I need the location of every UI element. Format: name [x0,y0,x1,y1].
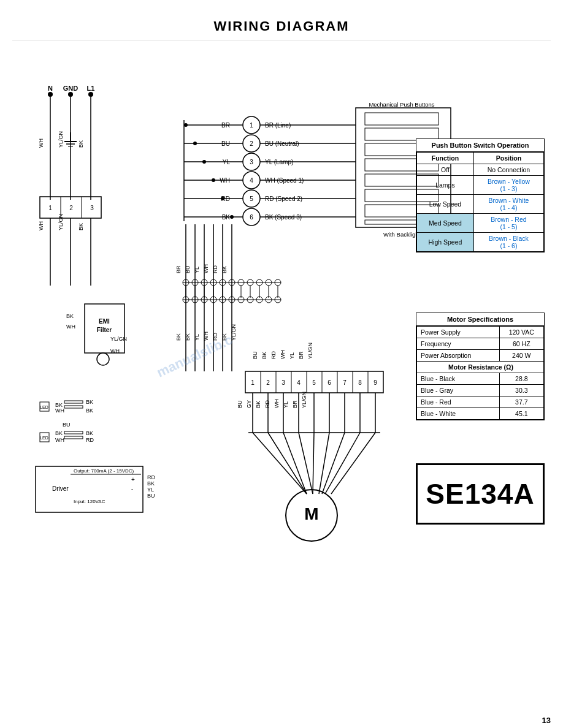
svg-point-224 [212,178,215,182]
svg-rect-49 [64,436,83,439]
svg-text:LED: LED [40,405,48,409]
svg-text:WH: WH [274,399,280,408]
svg-text:+: + [131,476,135,483]
resistance-label-blue-white: Blue - White [417,408,500,420]
table-row: Off No Connection [417,164,544,176]
table-row: Low Speed Brown - White(1 - 4) [417,195,544,214]
resistance-value-blue-black: 28.8 [499,373,543,385]
svg-text:WH: WH [203,264,209,273]
svg-text:L1: L1 [87,85,95,92]
svg-text:4: 4 [297,379,301,386]
svg-rect-103 [365,113,439,125]
position-high-speed: Brown - Black(1 - 6) [473,233,543,252]
svg-text:3: 3 [282,379,285,386]
svg-text:Mechanical Push Buttons: Mechanical Push Buttons [369,101,434,108]
svg-point-225 [221,197,224,200]
table-row: Power Absorption 240 W [417,350,544,362]
svg-text:RD: RD [212,265,218,273]
svg-rect-48 [64,431,83,434]
svg-text:BU: BU [237,400,243,408]
svg-text:BR: BR [292,400,298,408]
table-row: Power Supply 120 VAC [417,327,544,338]
svg-text:BK: BK [55,430,63,436]
function-off: Off [417,164,474,176]
svg-text:GND: GND [63,85,79,92]
position-low-speed: Brown - White(1 - 4) [473,195,543,214]
svg-line-213 [313,433,314,494]
position-med-speed: Brown - Red(1 - 5) [473,214,543,233]
svg-point-221 [184,123,188,127]
resistance-label-blue-gray: Blue - Gray [417,385,500,396]
svg-text:8: 8 [358,379,362,386]
svg-line-215 [322,433,345,494]
model-box: SE134A [416,463,545,525]
resistance-section-header: Motor Resistance (Ω) [417,362,544,373]
table-row: Med Speed Brown - Red(1 - 5) [417,214,544,233]
spec-value-frequency: 60 HZ [499,338,543,350]
svg-text:YL: YL [194,334,200,341]
push-button-switch-table: Push Button Switch Operation Function Po… [416,138,545,252]
svg-line-214 [319,433,329,494]
spec-value-power-absorption: 240 W [499,350,543,362]
svg-text:1: 1 [251,379,255,386]
svg-line-217 [331,433,375,494]
resistance-label-blue-red: Blue - Red [417,396,500,408]
svg-rect-39 [64,401,83,403]
svg-text:M: M [304,504,318,523]
table-row: Blue - Gray 30.3 [417,385,544,396]
svg-text:BK: BK [255,401,261,408]
svg-text:BK: BK [221,266,228,273]
function-low-speed: Low Speed [417,195,474,214]
svg-line-209 [253,433,307,494]
svg-text:BK: BK [86,430,93,436]
page-number: 13 [542,716,551,725]
table-row: Blue - White 45.1 [417,408,544,420]
svg-text:BU: BU [185,265,191,273]
svg-text:6: 6 [250,214,253,221]
svg-text:BU: BU [147,493,155,499]
svg-text:1: 1 [250,122,253,129]
function-lamps: Lamps [417,176,474,195]
svg-text:2: 2 [69,205,73,211]
svg-point-2 [48,92,53,97]
resistance-value-blue-white: 45.1 [499,408,543,420]
svg-text:With Backlight: With Backlight [383,231,421,238]
svg-text:BU: BU [252,351,258,359]
page-title: WIRING DIAGRAM [12,18,551,34]
table-row: Lamps Brown - Yellow(1 - 3) [417,176,544,195]
svg-text:3: 3 [250,159,253,165]
svg-text:Input: 120VAC: Input: 120VAC [74,499,105,504]
model-name: SE134A [426,477,534,510]
svg-text:Output: 700mA (2 - 15VDC): Output: 700mA (2 - 15VDC) [74,468,134,474]
svg-text:BK: BK [86,408,93,414]
svg-text:YL: YL [147,487,154,493]
svg-text:WH: WH [66,324,75,330]
position-col-header: Position [473,153,543,164]
table-row: Motor Resistance (Ω) [417,362,544,373]
svg-text:WH: WH [280,350,286,359]
svg-text:BK: BK [66,313,74,319]
table-row: Blue - Red 37.7 [417,396,544,408]
svg-text:BK: BK [78,223,84,230]
table-row: Blue - Black 28.8 [417,373,544,385]
spec-value-power-supply: 120 VAC [499,327,543,338]
svg-rect-40 [64,406,83,408]
position-lamps: Brown - Yellow(1 - 3) [473,176,543,195]
svg-point-226 [230,215,234,219]
svg-point-223 [202,160,206,164]
svg-text:YL/GN: YL/GN [231,324,237,341]
svg-point-32 [97,353,109,365]
svg-text:BR: BR [175,265,182,273]
svg-text:7: 7 [343,379,347,386]
table-row: Frequency 60 HZ [417,338,544,350]
svg-text:9: 9 [373,379,377,386]
svg-text:BK: BK [261,352,267,359]
svg-text:BU: BU [63,422,71,428]
svg-text:YL/GN: YL/GN [301,392,307,408]
svg-text:YL: YL [289,352,295,359]
svg-text:BK: BK [175,333,182,341]
svg-text:Filter: Filter [97,327,112,333]
svg-text:WH: WH [38,221,44,230]
svg-text:RD: RD [270,351,277,359]
svg-text:YL/GN: YL/GN [110,336,127,342]
